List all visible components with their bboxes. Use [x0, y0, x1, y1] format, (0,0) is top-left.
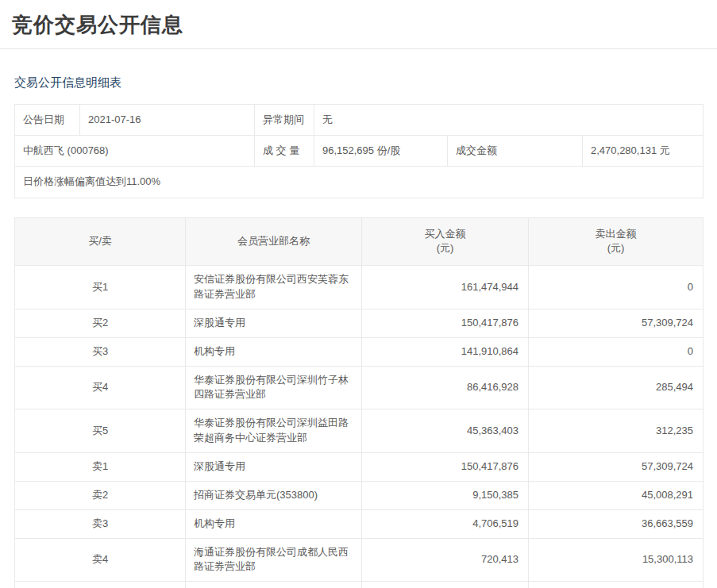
abnormal-period-value: 无	[314, 105, 704, 136]
table-row: 买2 深股通专用 150,417,876 57,309,724	[15, 309, 704, 337]
buy-amount-cell: 115,276	[362, 582, 529, 588]
col-header-branch: 会员营业部名称	[186, 217, 362, 266]
col-header-branch-label: 会员营业部名称	[192, 234, 355, 249]
detail-table-body: 买1 安信证券股份有限公司西安芙蓉东路证券营业部 161,474,944 0 买…	[15, 266, 704, 588]
table-row: 买1 安信证券股份有限公司西安芙蓉东路证券营业部 161,474,944 0	[15, 266, 704, 309]
security-name: 中航西飞 (000768)	[15, 136, 255, 167]
col-header-side: 买/卖	[15, 217, 186, 266]
buy-amount-cell: 9,150,385	[362, 481, 529, 509]
branch-cell: 安信证券股份有限公司西安芙蓉东路证券营业部	[186, 266, 362, 309]
page-title: 竞价交易公开信息	[12, 11, 703, 39]
col-header-sell: 卖出金额 (元)	[529, 217, 704, 266]
col-header-buy-unit: (元)	[368, 241, 522, 256]
branch-cell: 机构专用	[186, 337, 362, 366]
summary-table: 公告日期 2021-07-16 异常期间 无 中航西飞 (000768) 成 交…	[14, 104, 704, 198]
sell-amount-cell: 15,257,853	[529, 582, 704, 588]
side-cell: 买5	[15, 409, 186, 453]
turnover-label: 成交金额	[448, 136, 583, 167]
side-cell: 卖1	[15, 453, 186, 482]
buy-amount-cell: 150,417,876	[362, 309, 529, 337]
page-container: 竞价交易公开信息 交易公开信息明细表 公告日期 2021-07-16 异常期间 …	[0, 11, 717, 588]
side-cell: 卖5	[15, 582, 186, 588]
sell-amount-cell: 57,309,724	[529, 453, 704, 482]
side-cell: 卖4	[15, 538, 186, 582]
volume-label: 成 交 量	[255, 136, 314, 167]
summary-row-date: 公告日期 2021-07-16 异常期间 无	[15, 105, 704, 136]
branch-cell: 招商证券交易单元(353800)	[186, 481, 362, 509]
volume-value: 96,152,695 份/股	[314, 136, 448, 167]
sell-amount-cell: 57,309,724	[529, 309, 704, 337]
buy-amount-cell: 720,413	[362, 538, 529, 582]
side-cell: 买3	[15, 337, 186, 366]
detail-header-row: 买/卖 会员营业部名称 买入金额 (元) 卖出金额 (元)	[15, 217, 704, 266]
buy-amount-cell: 150,417,876	[362, 453, 529, 482]
table-row: 买5 华泰证券股份有限公司深圳益田路荣超商务中心证券营业部 45,363,403…	[15, 409, 704, 453]
table-row: 卖1 深股通专用 150,417,876 57,309,724	[15, 453, 704, 482]
table-row: 卖5 海通证券股份有限公司上海浦东南路证券营业部 115,276 15,257,…	[15, 582, 704, 588]
col-header-sell-label: 卖出金额	[535, 227, 696, 242]
side-cell: 卖3	[15, 509, 186, 538]
col-header-side-label: 买/卖	[21, 234, 179, 249]
side-cell: 买2	[15, 309, 186, 337]
branch-cell: 机构专用	[186, 509, 362, 538]
side-cell: 卖2	[15, 481, 186, 509]
branch-cell: 华泰证券股份有限公司深圳益田路荣超商务中心证券营业部	[186, 409, 362, 453]
section-subtitle: 交易公开信息明细表	[14, 75, 703, 90]
summary-row-note: 日价格涨幅偏离值达到11.00%	[15, 167, 704, 198]
table-row: 卖2 招商证券交易单元(353800) 9,150,385 45,008,291	[15, 481, 704, 509]
branch-cell: 深股通专用	[186, 453, 362, 482]
sell-amount-cell: 15,300,113	[529, 538, 704, 582]
sell-amount-cell: 36,663,559	[529, 509, 704, 538]
branch-cell: 华泰证券股份有限公司深圳竹子林四路证券营业部	[186, 366, 362, 409]
branch-cell: 深股通专用	[186, 309, 362, 337]
buy-amount-cell: 86,416,928	[362, 366, 529, 409]
announce-date-label: 公告日期	[15, 105, 80, 136]
buy-amount-cell: 4,706,519	[362, 509, 529, 538]
table-row: 卖4 海通证券股份有限公司成都人民西路证券营业部 720,413 15,300,…	[15, 538, 704, 582]
buy-amount-cell: 161,474,944	[362, 266, 529, 309]
buy-amount-cell: 141,910,864	[362, 337, 529, 366]
side-cell: 买1	[15, 266, 186, 309]
table-row: 买4 华泰证券股份有限公司深圳竹子林四路证券营业部 86,416,928 285…	[15, 366, 704, 409]
branch-cell: 海通证券股份有限公司成都人民西路证券营业部	[186, 538, 362, 582]
side-cell: 买4	[15, 366, 186, 409]
table-row: 买3 机构专用 141,910,864 0	[15, 337, 704, 366]
sell-amount-cell: 0	[529, 337, 704, 366]
announce-date-value: 2021-07-16	[80, 105, 255, 136]
detail-table: 买/卖 会员营业部名称 买入金额 (元) 卖出金额 (元) 买1 安信证券股份有…	[14, 217, 704, 588]
title-divider	[0, 48, 717, 49]
deviation-note: 日价格涨幅偏离值达到11.00%	[15, 167, 704, 198]
sell-amount-cell: 0	[529, 266, 704, 309]
summary-row-security: 中航西飞 (000768) 成 交 量 96,152,695 份/股 成交金额 …	[15, 136, 704, 167]
buy-amount-cell: 45,363,403	[362, 409, 529, 453]
table-row: 卖3 机构专用 4,706,519 36,663,559	[15, 509, 704, 538]
abnormal-period-label: 异常期间	[255, 105, 314, 136]
turnover-value: 2,470,280,131 元	[583, 136, 704, 167]
col-header-buy-label: 买入金额	[368, 227, 522, 242]
col-header-buy: 买入金额 (元)	[362, 217, 529, 266]
sell-amount-cell: 312,235	[529, 409, 704, 453]
branch-cell: 海通证券股份有限公司上海浦东南路证券营业部	[186, 582, 362, 588]
sell-amount-cell: 285,494	[529, 366, 704, 409]
sell-amount-cell: 45,008,291	[529, 481, 704, 509]
col-header-sell-unit: (元)	[535, 241, 696, 256]
